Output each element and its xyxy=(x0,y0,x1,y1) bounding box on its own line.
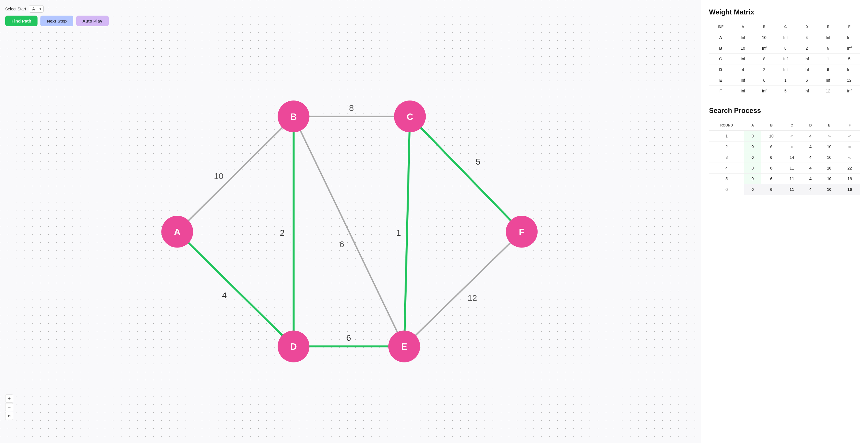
search-col-c: C xyxy=(781,120,802,130)
edge-cf xyxy=(410,116,522,232)
matrix-cell: 5 xyxy=(839,54,860,64)
next-step-button[interactable]: Next Step xyxy=(40,16,73,26)
matrix-cell: 6 xyxy=(817,64,839,75)
search-value-cell: 0 xyxy=(744,152,761,163)
search-value-cell: 6 xyxy=(761,152,782,163)
table-row: 4061141022 xyxy=(709,163,860,174)
table-row: 30614410∞ xyxy=(709,152,860,163)
zoom-out-button[interactable]: − xyxy=(5,403,13,411)
search-value-cell: 10 xyxy=(819,163,839,174)
search-value-cell: ∞ xyxy=(819,130,839,142)
search-value-cell: 14 xyxy=(781,152,802,163)
search-round-cell: 3 xyxy=(709,152,744,163)
matrix-cell: 12 xyxy=(817,86,839,96)
node-d-label: D xyxy=(290,342,297,352)
edge-de-weight: 6 xyxy=(346,333,351,343)
matrix-row-label: E xyxy=(709,75,733,86)
matrix-col-c: C xyxy=(775,22,796,32)
matrix-col-a: A xyxy=(733,22,754,32)
search-value-cell: 6 xyxy=(761,163,782,174)
search-value-cell: 22 xyxy=(839,163,860,174)
matrix-cell: Inf xyxy=(796,64,817,75)
search-value-cell: 11 xyxy=(781,174,802,184)
edge-ce-weight: 1 xyxy=(396,228,401,237)
select-row: Select Start A B C D E F xyxy=(5,5,109,13)
matrix-cell: 6 xyxy=(796,75,817,86)
edge-ad-weight: 4 xyxy=(222,291,226,300)
search-value-cell: 16 xyxy=(839,174,860,184)
start-select[interactable]: A B C D E F xyxy=(29,5,43,13)
search-value-cell: ∞ xyxy=(781,142,802,152)
matrix-cell: Inf xyxy=(775,64,796,75)
matrix-cell: 5 xyxy=(775,86,796,96)
search-value-cell: 10 xyxy=(761,130,782,142)
edge-ef xyxy=(404,232,522,346)
matrix-cell: Inf xyxy=(733,86,754,96)
matrix-cell: 8 xyxy=(753,54,775,64)
right-panel: Weight Matrix INF A B C D E F AInf10Inf4… xyxy=(701,0,868,443)
graph-panel: Select Start A B C D E F Find Path Next … xyxy=(0,0,701,443)
button-row: Find Path Next Step Auto Play xyxy=(5,16,109,26)
edge-ab xyxy=(177,116,293,232)
search-process-table: ROUND A B C D E F 1010∞4∞∞206∞410∞306144… xyxy=(709,120,860,195)
search-process-title: Search Process xyxy=(709,107,860,115)
search-value-cell: 11 xyxy=(781,184,802,195)
node-a-label: A xyxy=(174,227,181,237)
find-path-button[interactable]: Find Path xyxy=(5,16,37,26)
node-b-label: B xyxy=(290,112,297,122)
matrix-cell: Inf xyxy=(733,75,754,86)
matrix-cell: Inf xyxy=(817,32,839,43)
search-value-cell: ∞ xyxy=(839,130,860,142)
search-round-cell: 5 xyxy=(709,174,744,184)
matrix-cell: Inf xyxy=(733,32,754,43)
matrix-col-b: B xyxy=(753,22,775,32)
search-value-cell: 4 xyxy=(802,130,819,142)
matrix-cell: 6 xyxy=(817,43,839,54)
zoom-reset-button[interactable]: ↺ xyxy=(5,412,13,420)
search-col-f: F xyxy=(839,120,860,130)
search-col-d: D xyxy=(802,120,819,130)
search-value-cell: 0 xyxy=(744,174,761,184)
matrix-col-d: D xyxy=(796,22,817,32)
node-c-label: C xyxy=(407,112,413,122)
search-value-cell: 4 xyxy=(802,174,819,184)
zoom-in-button[interactable]: + xyxy=(5,394,13,403)
table-row: CInf8InfInf15 xyxy=(709,54,860,64)
matrix-cell: 10 xyxy=(733,43,754,54)
matrix-row-label: A xyxy=(709,32,733,43)
node-e-label: E xyxy=(401,342,407,352)
matrix-cell: Inf xyxy=(733,54,754,64)
search-value-cell: ∞ xyxy=(839,142,860,152)
matrix-cell: 6 xyxy=(753,75,775,86)
graph-svg: 10 8 6 12 4 2 1 5 6 A B C xyxy=(0,0,701,443)
search-value-cell: ∞ xyxy=(839,152,860,163)
search-value-cell: 0 xyxy=(744,130,761,142)
matrix-cell: Inf xyxy=(753,86,775,96)
table-row: AInf10Inf4InfInf xyxy=(709,32,860,43)
search-col-e: E xyxy=(819,120,839,130)
table-row: D42InfInf6Inf xyxy=(709,64,860,75)
matrix-cell: Inf xyxy=(839,86,860,96)
search-round-cell: 6 xyxy=(709,184,744,195)
search-value-cell: 10 xyxy=(819,142,839,152)
search-value-cell: 11 xyxy=(781,163,802,174)
matrix-cell: Inf xyxy=(839,64,860,75)
matrix-cell: 4 xyxy=(796,32,817,43)
matrix-cell: 12 xyxy=(839,75,860,86)
matrix-cell: 1 xyxy=(775,75,796,86)
matrix-cell: 2 xyxy=(796,43,817,54)
edge-ce xyxy=(404,116,410,347)
matrix-cell: Inf xyxy=(775,32,796,43)
matrix-cell: 4 xyxy=(733,64,754,75)
edge-be xyxy=(293,116,404,347)
edge-ab-weight: 10 xyxy=(214,171,223,181)
search-round-cell: 4 xyxy=(709,163,744,174)
search-value-cell: 0 xyxy=(744,184,761,195)
matrix-header-row: INF A B C D E F xyxy=(709,22,860,32)
matrix-cell: Inf xyxy=(796,86,817,96)
auto-play-button[interactable]: Auto Play xyxy=(76,16,109,26)
matrix-row-label: B xyxy=(709,43,733,54)
search-value-cell: 4 xyxy=(802,184,819,195)
select-wrapper[interactable]: A B C D E F xyxy=(29,5,43,13)
matrix-col-inf: INF xyxy=(709,22,733,32)
